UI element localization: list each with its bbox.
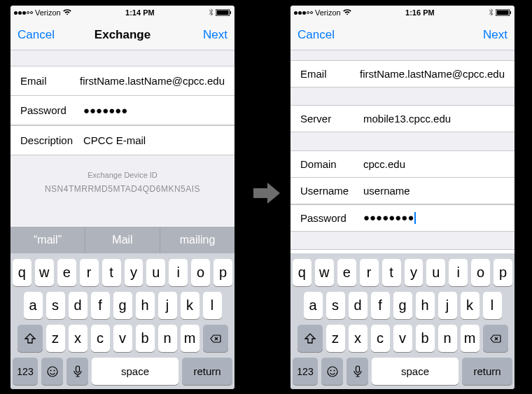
domain-field[interactable]: Domain cpcc.edu — [290, 150, 514, 178]
key-x[interactable]: x — [349, 325, 368, 352]
key-o[interactable]: o — [191, 259, 210, 286]
key-t[interactable]: t — [382, 259, 401, 286]
key-n[interactable]: n — [158, 325, 177, 352]
suggestion-3[interactable]: mailing — [160, 227, 234, 253]
key-r[interactable]: r — [80, 259, 99, 286]
return-key[interactable]: return — [462, 358, 512, 385]
key-b[interactable]: b — [136, 325, 155, 352]
key-n[interactable]: n — [438, 325, 457, 352]
keyboard-row-2: a s d f g h j k l — [10, 286, 234, 319]
password-field[interactable]: Password ●●●●●●●● — [290, 204, 514, 232]
key-r[interactable]: r — [360, 259, 379, 286]
password-field[interactable]: Password ●●●●●●● — [10, 95, 234, 125]
key-g[interactable]: g — [393, 292, 412, 319]
key-k[interactable]: k — [461, 292, 479, 319]
key-y[interactable]: y — [405, 259, 424, 286]
cancel-button[interactable]: Cancel — [18, 28, 59, 42]
key-m[interactable]: m — [181, 325, 200, 352]
key-w[interactable]: w — [35, 259, 54, 286]
key-z[interactable]: z — [46, 325, 65, 352]
key-u[interactable]: u — [426, 259, 445, 286]
key-s[interactable]: s — [46, 292, 65, 319]
email-field[interactable]: Email firstName.lastName@cpcc.edu — [290, 60, 514, 87]
key-c[interactable]: c — [371, 325, 390, 352]
key-h[interactable]: h — [136, 292, 155, 319]
space-key[interactable]: space — [372, 358, 458, 385]
key-v[interactable]: v — [113, 325, 132, 352]
backspace-key[interactable] — [203, 325, 228, 352]
key-u[interactable]: u — [146, 259, 165, 286]
carrier-label: Verizon — [315, 8, 341, 17]
email-value: firstName.lastName@cpcc.edu — [360, 68, 505, 80]
key-g[interactable]: g — [113, 292, 132, 319]
server-value: mobile13.cpcc.edu — [363, 113, 505, 125]
password-label: Password — [20, 104, 83, 116]
shift-key[interactable] — [298, 325, 323, 352]
email-value: firstName.lastName@cpcc.edu — [80, 75, 225, 87]
email-field[interactable]: Email firstName.lastName@cpcc.edu — [10, 66, 234, 96]
arrow-icon — [252, 178, 281, 211]
key-q[interactable]: q — [13, 259, 31, 286]
keyboard-row-1: q w e r t y u i o p — [10, 253, 234, 286]
key-j[interactable]: j — [438, 292, 457, 319]
suggestion-1[interactable]: “mail” — [10, 227, 85, 253]
space-key[interactable]: space — [92, 358, 178, 385]
key-j[interactable]: j — [158, 292, 177, 319]
dictation-key[interactable] — [346, 358, 368, 385]
key-p[interactable]: p — [214, 259, 232, 286]
email-label: Email — [20, 75, 80, 87]
key-v[interactable]: v — [393, 325, 412, 352]
svg-rect-8 — [497, 10, 509, 15]
key-s[interactable]: s — [326, 292, 345, 319]
key-i[interactable]: i — [449, 259, 468, 286]
key-q[interactable]: q — [293, 259, 312, 286]
key-h[interactable]: h — [416, 292, 435, 319]
form-content: Email firstName.lastName@cpcc.edu Server… — [290, 50, 514, 253]
key-i[interactable]: i — [169, 259, 188, 286]
key-a[interactable]: a — [24, 292, 43, 319]
wifi-icon — [63, 8, 71, 17]
key-m[interactable]: m — [461, 325, 479, 352]
key-b[interactable]: b — [416, 325, 435, 352]
key-l[interactable]: l — [483, 292, 502, 319]
key-c[interactable]: c — [91, 325, 110, 352]
svg-point-11 — [330, 370, 331, 371]
emoji-key[interactable] — [321, 358, 343, 385]
dictation-key[interactable] — [66, 358, 88, 385]
keyboard-row-3: z x c v b n m — [10, 319, 234, 352]
next-button[interactable]: Next — [465, 28, 507, 42]
key-e[interactable]: e — [337, 259, 356, 286]
key-k[interactable]: k — [181, 292, 200, 319]
suggestion-2[interactable]: Mail — [85, 227, 160, 253]
backspace-key[interactable] — [483, 325, 508, 352]
username-field[interactable]: Username username — [290, 177, 514, 204]
key-d[interactable]: d — [69, 292, 88, 319]
key-p[interactable]: p — [493, 259, 512, 286]
return-key[interactable]: return — [182, 358, 232, 385]
key-l[interactable]: l — [203, 292, 222, 319]
key-a[interactable]: a — [304, 292, 323, 319]
key-e[interactable]: e — [57, 259, 76, 286]
username-value: username — [363, 185, 505, 197]
numeric-key[interactable]: 123 — [13, 358, 38, 385]
cancel-button[interactable]: Cancel — [298, 28, 340, 42]
shift-key[interactable] — [18, 325, 43, 352]
server-field[interactable]: Server mobile13.cpcc.edu — [290, 105, 514, 132]
key-f[interactable]: f — [371, 292, 390, 319]
key-y[interactable]: y — [125, 259, 144, 286]
svg-rect-6 — [76, 366, 79, 372]
key-z[interactable]: z — [326, 325, 345, 352]
key-x[interactable]: x — [69, 325, 88, 352]
bluetooth-icon — [489, 8, 493, 17]
key-d[interactable]: d — [349, 292, 368, 319]
wifi-icon — [343, 8, 351, 17]
key-w[interactable]: w — [315, 259, 334, 286]
battery-icon — [216, 9, 231, 16]
emoji-key[interactable] — [41, 358, 63, 385]
key-t[interactable]: t — [102, 259, 121, 286]
key-o[interactable]: o — [471, 259, 490, 286]
description-field[interactable]: Description CPCC E-mail — [10, 125, 234, 155]
numeric-key[interactable]: 123 — [293, 358, 318, 385]
key-f[interactable]: f — [91, 292, 110, 319]
next-button[interactable]: Next — [186, 28, 227, 42]
